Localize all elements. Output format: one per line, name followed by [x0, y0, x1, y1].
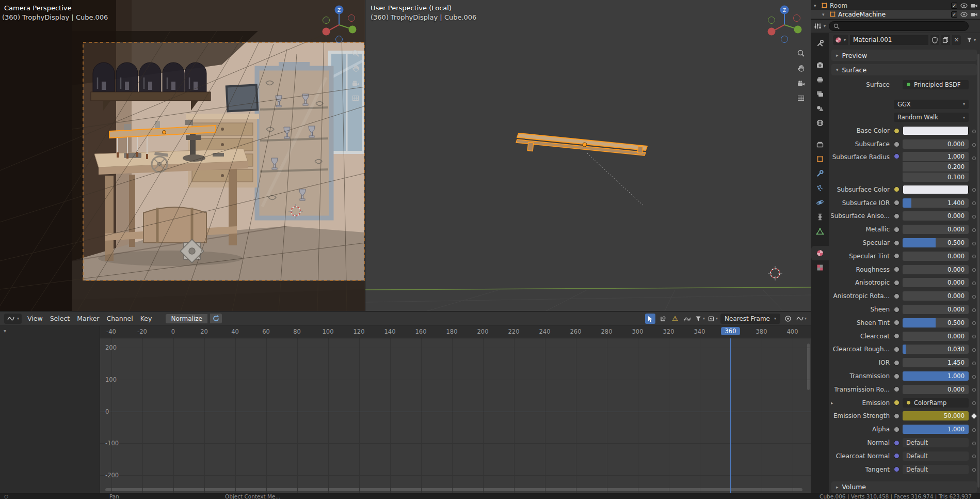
slider-field[interactable]: 50.000: [903, 411, 969, 420]
value-field[interactable]: 1.450: [903, 358, 969, 367]
slider-field[interactable]: 0.000: [903, 252, 969, 261]
channel-list[interactable]: ▾: [0, 326, 100, 493]
property-control-transmission-ro[interactable]: 0.000: [903, 385, 969, 394]
eye-icon[interactable]: [960, 3, 968, 8]
slider-field[interactable]: 0.000: [903, 305, 969, 314]
current-frame-indicator[interactable]: 360: [721, 327, 741, 335]
vertical-scrollbar[interactable]: [807, 344, 810, 390]
cursor-tool-icon[interactable]: [645, 314, 655, 324]
decorator-dot[interactable]: [971, 126, 977, 135]
slider-field[interactable]: 0.000: [903, 139, 969, 149]
decorator-dot[interactable]: [971, 332, 977, 341]
camera-icon[interactable]: [351, 79, 360, 88]
slider-field[interactable]: 0.500: [903, 238, 969, 247]
properties-scrollbar[interactable]: [977, 54, 979, 488]
filter-icon[interactable]: ▾: [695, 314, 705, 324]
outliner-row-room[interactable]: ▾ Room ✓: [811, 1, 980, 10]
checkbox-icon[interactable]: ✓: [951, 3, 957, 9]
slider-field[interactable]: 1.000: [903, 425, 969, 434]
property-control-emission[interactable]: ColorRamp: [903, 398, 969, 408]
tab-object[interactable]: [811, 152, 829, 166]
tab-modifiers[interactable]: [811, 166, 829, 181]
camera-toggle-icon[interactable]: [971, 12, 977, 17]
panel-volume[interactable]: ▸ Volume: [831, 481, 977, 493]
decorator-dot[interactable]: [971, 252, 977, 261]
tab-object-data[interactable]: [811, 224, 829, 239]
decorator-dot[interactable]: [971, 225, 977, 234]
properties-editor-icon[interactable]: ▾: [814, 22, 826, 30]
decorator-dot[interactable]: [971, 371, 977, 381]
panel-preview[interactable]: ▸ Preview: [831, 50, 977, 61]
editor-type-button[interactable]: ▾: [4, 314, 22, 324]
zoom-icon[interactable]: [796, 49, 806, 58]
decorator-dot[interactable]: [971, 238, 977, 247]
close-icon[interactable]: ×: [952, 35, 961, 45]
property-control-sheen[interactable]: 0.000: [903, 305, 969, 314]
decorator-dot[interactable]: [971, 291, 977, 301]
playhead[interactable]: [730, 338, 731, 493]
property-control-base-color[interactable]: [903, 126, 969, 135]
decorator-dot[interactable]: [971, 358, 977, 367]
slider-field[interactable]: 0.000: [903, 385, 969, 394]
decorator-dot[interactable]: [971, 139, 977, 149]
text-field[interactable]: Default: [903, 438, 969, 447]
decorator-dot[interactable]: [971, 451, 977, 461]
properties-search[interactable]: [829, 21, 969, 31]
graph-plot[interactable]: 2001000-100-200: [100, 338, 811, 493]
ghost-curves-icon[interactable]: [682, 314, 692, 324]
tab-output[interactable]: [811, 72, 829, 87]
property-control-random-walk[interactable]: Random Walk▾: [894, 113, 969, 122]
slider-field[interactable]: 0.000: [903, 265, 969, 274]
slider-field[interactable]: 0.000: [903, 291, 969, 301]
pivot-icon[interactable]: [658, 314, 668, 324]
property-control-anisotropic[interactable]: 0.000: [903, 278, 969, 287]
slider-field[interactable]: 1.000: [903, 371, 969, 381]
property-control-subsurface-ior[interactable]: 1.400: [903, 198, 969, 208]
property-control-sheen-tint[interactable]: 0.500: [903, 318, 969, 328]
color-swatch[interactable]: [903, 126, 969, 135]
menu-key[interactable]: Key: [137, 315, 156, 322]
decorator-dot[interactable]: [971, 385, 977, 394]
decorator-dot[interactable]: [971, 305, 977, 314]
tab-world[interactable]: [811, 116, 829, 130]
zoom-icon[interactable]: [351, 49, 360, 58]
panel-surface[interactable]: ▾ Surface: [831, 64, 977, 75]
decorator-dot[interactable]: [971, 318, 977, 328]
snap-mode-dropdown[interactable]: Nearest Frame▾: [720, 314, 780, 324]
tab-constraints[interactable]: [811, 210, 829, 224]
dropdown-field[interactable]: Random Walk▾: [894, 113, 969, 122]
outliner-item-label[interactable]: Room: [830, 2, 847, 9]
property-control-subsurface[interactable]: 0.000: [903, 139, 969, 149]
slider-field[interactable]: 1.400: [903, 198, 969, 208]
menu-view[interactable]: View: [24, 315, 46, 322]
checkbox-icon[interactable]: ✓: [951, 11, 957, 18]
node-field[interactable]: ColorRamp: [903, 398, 969, 408]
slider-field[interactable]: 0.000: [903, 211, 969, 221]
color-swatch[interactable]: [903, 185, 969, 194]
fake-user-shield-icon[interactable]: [930, 35, 939, 45]
menu-channel[interactable]: Channel: [103, 315, 136, 322]
decorator-dot[interactable]: [971, 198, 977, 208]
property-control-alpha[interactable]: 1.000: [903, 425, 969, 434]
grid-icon[interactable]: [351, 93, 360, 103]
decorator-dot[interactable]: [971, 211, 977, 221]
property-control-roughness[interactable]: 0.000: [903, 265, 969, 274]
property-control-normal[interactable]: Default: [903, 438, 969, 447]
filter-icon[interactable]: ▾: [966, 35, 976, 45]
tab-tool[interactable]: [811, 36, 829, 51]
expand-icon[interactable]: ▾: [822, 12, 827, 17]
proportional-edit-icon[interactable]: [783, 314, 793, 324]
channel-filter-icon[interactable]: ▾: [4, 328, 6, 334]
search-input[interactable]: [842, 23, 964, 29]
camera-toggle-icon[interactable]: [971, 3, 977, 8]
tab-view-layer[interactable]: [811, 87, 829, 101]
property-control-clearcoat[interactable]: 0.000: [903, 332, 969, 341]
property-control-emission-strength[interactable]: 50.000: [903, 411, 969, 420]
camera-icon[interactable]: [796, 79, 806, 88]
decorator-none[interactable]: [971, 80, 977, 89]
decorator-dot[interactable]: [971, 425, 977, 434]
navigation-gizmo[interactable]: Z: [763, 3, 806, 46]
outliner-item-label[interactable]: ArcadeMachine: [838, 11, 886, 18]
value-field[interactable]: 0.100: [903, 173, 969, 182]
fcurve-modifier-icon[interactable]: ▾: [796, 314, 807, 324]
